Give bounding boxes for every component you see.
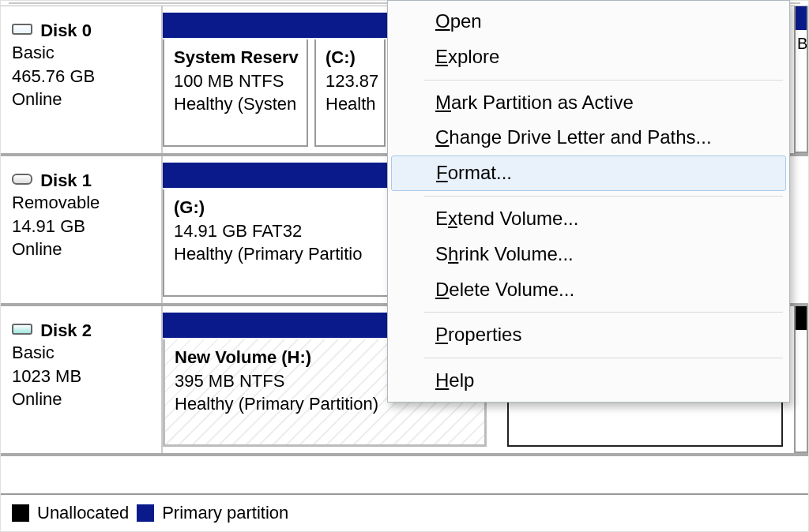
disk-name: Disk 0 — [40, 21, 92, 40]
menu-item-explore[interactable]: Explore — [388, 39, 789, 75]
menu-item-properties[interactable]: Properties — [388, 317, 789, 353]
legend-label-primary: Primary partition — [162, 503, 288, 523]
disk-info-panel[interactable]: Disk 2 Basic 1023 MB Online — [1, 306, 163, 453]
disk-status: Online — [12, 388, 150, 411]
menu-item-extend[interactable]: Extend Volume... — [388, 201, 789, 237]
disk-info-panel[interactable]: Disk 0 Basic 465.76 GB Online — [1, 6, 163, 153]
menu-item-mark-active[interactable]: Mark Partition as Active — [388, 85, 789, 121]
menu-separator — [424, 80, 783, 81]
volume-context-menu[interactable]: OpenExploreMark Partition as ActiveChang… — [387, 0, 790, 403]
menu-separator — [424, 312, 783, 313]
partition-overflow-text: B (P — [796, 30, 807, 53]
partition-header-bar — [796, 306, 807, 330]
disk-name: Disk 2 — [40, 320, 92, 340]
menu-item-help[interactable]: Help — [388, 363, 789, 399]
partition-system-reserved[interactable]: System Reserv 100 MB NTFS Healthy (Syste… — [163, 39, 308, 147]
menu-separator — [424, 358, 783, 358]
disk-status: Online — [12, 88, 150, 111]
partition-health: Healthy (Primary Partitio — [174, 242, 381, 266]
disk-size: 465.76 GB — [12, 65, 150, 88]
menu-separator — [424, 196, 783, 197]
partition-title: (C:) — [325, 46, 374, 69]
partition-title: System Reserv — [174, 46, 297, 69]
disk-icon — [12, 324, 32, 335]
disk-size: 1023 MB — [12, 365, 150, 388]
disk-icon — [12, 24, 32, 35]
row-spacer — [794, 156, 808, 303]
partition-size-fs: 123.87 — [325, 69, 374, 93]
partition-g[interactable]: (G:) 14.91 GB FAT32 Healthy (Primary Par… — [163, 189, 392, 297]
partition-c[interactable]: (C:) 123.87 Health — [314, 39, 386, 147]
legend: Unallocated Primary partition — [1, 493, 808, 531]
partition-health: Health — [325, 92, 374, 116]
disk-status: Online — [12, 238, 150, 261]
disk-type: Basic — [12, 341, 150, 365]
menu-item-open[interactable]: Open — [388, 4, 789, 39]
legend-label-unallocated: Unallocated — [37, 503, 129, 523]
partition-size-fs: 14.91 GB FAT32 — [174, 219, 381, 243]
menu-item-change-letter[interactable]: Change Drive Letter and Paths... — [388, 120, 789, 155]
menu-item-delete[interactable]: Delete Volume... — [388, 272, 789, 308]
disk-info-panel[interactable]: Disk 1 Removable 14.91 GB Online — [1, 156, 163, 303]
disk-icon — [12, 174, 32, 185]
disk-type: Basic — [12, 41, 150, 65]
menu-item-format[interactable]: Format... — [391, 155, 786, 191]
legend-swatch-primary — [137, 504, 154, 522]
partition-title: (G:) — [174, 196, 381, 219]
disk-type: Removable — [12, 191, 150, 215]
partition-overflow[interactable]: B (P — [794, 6, 808, 153]
partition-health: Healthy (Systen — [174, 92, 297, 116]
partition-header-bar — [796, 6, 807, 30]
menu-item-shrink[interactable]: Shrink Volume... — [388, 237, 789, 272]
disk-name: Disk 1 — [40, 170, 92, 190]
disk-size: 14.91 GB — [12, 215, 150, 238]
legend-swatch-unallocated — [12, 504, 29, 522]
partition-size-fs: 100 MB NTFS — [174, 69, 297, 93]
partition-overflow[interactable] — [794, 306, 808, 453]
